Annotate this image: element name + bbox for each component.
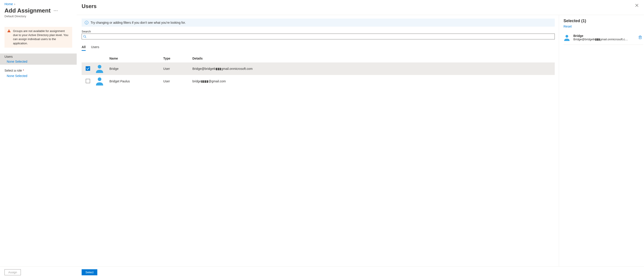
trash-icon: [638, 35, 642, 39]
search-icon: [83, 35, 86, 38]
checkbox-unchecked-icon[interactable]: [86, 79, 90, 83]
info-banner: i Try changing or adding filters if you …: [82, 18, 555, 27]
role-section-label: Select a role: [4, 69, 22, 72]
users-section-label: Users: [4, 55, 77, 58]
warning-text: Groups are not available for assignment …: [13, 29, 70, 45]
person-icon: [564, 34, 570, 41]
row-name: Bridget Paulus: [110, 79, 163, 83]
assign-button[interactable]: Assign: [4, 269, 21, 275]
page-subtitle: Default Directory: [0, 14, 77, 18]
blade-title: Users: [82, 2, 97, 15]
selected-item: Bridge Bridge@bridgetk▮▮▮gmail.onmicroso…: [564, 34, 643, 41]
search-label: Search: [82, 30, 555, 33]
row-type: User: [163, 79, 192, 83]
search-input[interactable]: [86, 35, 553, 38]
breadcrumb-home[interactable]: Home: [4, 2, 13, 6]
row-details: Bridge@bridgetk▮▮▮gmail.onmicrosoft.com: [192, 67, 555, 71]
more-actions-button[interactable]: ···: [54, 9, 58, 13]
role-selection-link[interactable]: None Selected: [0, 73, 77, 78]
checkbox-checked-icon[interactable]: [86, 66, 90, 71]
column-header-type: Type: [163, 57, 192, 60]
row-details: bridge▮▮▮▮@gmail.com: [192, 79, 555, 83]
remove-selected-button[interactable]: [637, 34, 643, 41]
table-row[interactable]: Bridget Paulus User bridge▮▮▮▮@gmail.com: [82, 75, 555, 88]
warning-banner: Groups are not available for assignment …: [4, 27, 72, 48]
close-button[interactable]: [634, 2, 640, 10]
table-row[interactable]: Bridge User Bridge@bridgetk▮▮▮gmail.onmi…: [82, 62, 555, 75]
required-indicator: *: [23, 69, 24, 72]
page-title: Add Assignment: [4, 7, 51, 14]
info-text: Try changing or adding filters if you do…: [90, 21, 186, 24]
close-icon: [635, 3, 638, 7]
select-button[interactable]: Select: [82, 269, 97, 275]
column-header-name: Name: [110, 57, 163, 60]
row-name: Bridge: [110, 67, 163, 71]
info-icon: i: [85, 21, 88, 24]
selected-panel-title: Selected (1): [564, 18, 643, 23]
selected-item-email: Bridge@bridgetk▮▮▮gmail.onmicrosoft.c…: [573, 38, 630, 41]
chevron-right-icon: ›: [14, 2, 15, 6]
reset-link[interactable]: Reset: [564, 25, 643, 28]
tab-all[interactable]: All: [82, 45, 86, 51]
selected-item-name: Bridge: [573, 34, 634, 38]
warning-icon: [7, 29, 11, 33]
person-icon: [95, 64, 104, 73]
person-icon: [95, 77, 104, 86]
users-selection-link[interactable]: None Selected: [4, 58, 77, 63]
search-box[interactable]: [82, 34, 555, 39]
breadcrumb: Home ›: [0, 2, 77, 7]
row-type: User: [163, 67, 192, 71]
column-header-details: Details: [192, 57, 555, 60]
tab-users[interactable]: Users: [91, 45, 99, 51]
